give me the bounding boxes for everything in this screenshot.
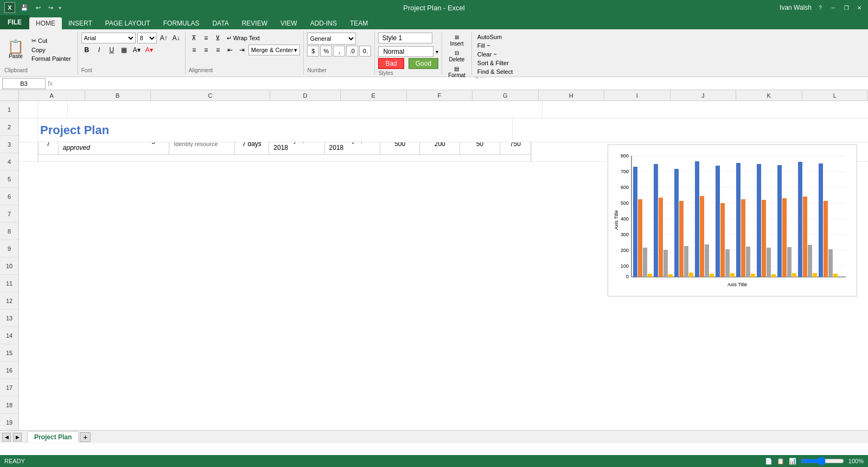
cut-button[interactable]: ✂ Cut <box>29 36 73 46</box>
row-num-18[interactable]: 18 <box>0 396 18 414</box>
row-num-19[interactable]: 19 <box>0 414 18 431</box>
bold-button[interactable]: B <box>81 45 92 55</box>
sheet-scroll-right-btn[interactable]: ▶ <box>13 433 22 441</box>
col-header-g[interactable]: G <box>473 90 539 100</box>
sheet-tab-project-plan[interactable]: Project Plan <box>27 431 79 443</box>
tab-file[interactable]: FILE <box>0 15 29 29</box>
insert-cell-btn[interactable]: ⊞ Insert <box>445 33 468 48</box>
fill-button[interactable]: Fill ~ <box>475 41 515 50</box>
align-center-btn[interactable]: ≡ <box>201 45 212 55</box>
cell-finish[interactable]: February 8, 2018 <box>324 142 380 155</box>
row-num-13[interactable]: 13 <box>0 310 18 327</box>
maximize-btn[interactable]: ❐ <box>842 3 851 12</box>
font-size-select[interactable]: 89101112 <box>137 33 157 43</box>
cell-task[interactable]: Business case & interim funding approved <box>58 142 169 155</box>
col-header-h[interactable]: H <box>539 90 605 100</box>
col-header-rest[interactable]: L <box>802 90 869 100</box>
tab-addins[interactable]: ADD-INS <box>304 17 343 29</box>
bad-style[interactable]: Bad <box>378 58 404 69</box>
cell-resource[interactable]: Identify resource <box>169 142 235 155</box>
row-num-16[interactable]: 16 <box>0 362 18 379</box>
tab-home[interactable]: HOME <box>29 17 62 29</box>
row-num-14[interactable]: 14 <box>0 327 18 344</box>
delete-cell-btn[interactable]: ⊟ Delete <box>445 48 468 64</box>
cell-id[interactable]: 7 <box>39 142 59 155</box>
col-header-c[interactable]: C <box>151 90 270 100</box>
tab-page-layout[interactable]: PAGE LAYOUT <box>99 17 157 29</box>
clear-button[interactable]: Clear ~ <box>475 50 515 59</box>
align-left-btn[interactable]: ≡ <box>189 45 200 55</box>
table-row[interactable] <box>39 155 531 162</box>
view-break-icon[interactable]: 📊 <box>789 458 796 465</box>
wrap-text-button[interactable]: ↵ Wrap Text <box>225 33 262 43</box>
good-style[interactable]: Good <box>409 58 438 69</box>
border-button[interactable]: ▦ <box>119 45 130 55</box>
cell-r1-a[interactable] <box>19 101 38 118</box>
row-num-3[interactable]: 3 <box>0 136 18 153</box>
styles-dropdown-icon[interactable]: ▾ <box>436 49 438 55</box>
tab-insert[interactable]: INSERT <box>62 17 99 29</box>
font-size-increase-btn[interactable]: A↑ <box>158 33 169 43</box>
name-box[interactable] <box>2 78 46 89</box>
formula-input[interactable] <box>55 78 866 89</box>
align-top-btn[interactable]: ⊼ <box>189 33 200 43</box>
tab-formulas[interactable]: FORMULAS <box>157 17 206 29</box>
find-select-button[interactable]: Find & Select <box>475 67 515 76</box>
font-size-decrease-btn[interactable]: A↓ <box>171 33 182 43</box>
cell-r3-a[interactable] <box>19 142 38 161</box>
cell-other[interactable]: 50 <box>460 142 500 155</box>
merge-center-button[interactable]: Merge & Center ▾ <box>248 45 301 55</box>
cell-duration[interactable]: 7 days <box>234 142 269 155</box>
indent-decrease-btn[interactable]: ⇤ <box>225 45 235 55</box>
help-btn[interactable]: ? <box>816 3 825 12</box>
row-num-11[interactable]: 11 <box>0 275 18 292</box>
col-header-i[interactable]: I <box>604 90 671 100</box>
copy-button[interactable]: Copy <box>29 46 73 54</box>
comma-btn[interactable]: , <box>333 46 345 56</box>
font-color-button[interactable]: A▾ <box>144 45 155 55</box>
row-num-4[interactable]: 4 <box>0 153 18 171</box>
view-layout-icon[interactable]: 📋 <box>777 458 784 465</box>
number-format-select[interactable]: General <box>307 33 356 45</box>
col-header-k[interactable]: K <box>736 90 802 100</box>
currency-btn[interactable]: $ <box>307 46 319 56</box>
view-normal-icon[interactable]: 📄 <box>765 458 773 465</box>
format-painter-button[interactable]: Format Painter <box>29 54 73 63</box>
row-num-5[interactable]: 5 <box>0 171 18 188</box>
cell-equip[interactable]: 200 <box>420 142 460 155</box>
autosum-button[interactable]: AutoSum <box>475 33 515 41</box>
cell-start[interactable]: January 7, 2018 <box>269 142 324 155</box>
row-num-15[interactable]: 15 <box>0 344 18 362</box>
cell-r1-rest[interactable] <box>68 101 542 118</box>
row-num-7[interactable]: 7 <box>0 205 18 223</box>
sort-filter-button[interactable]: Sort & Filter <box>475 59 515 67</box>
col-header-b[interactable]: B <box>85 90 151 100</box>
underline-button[interactable]: U <box>106 45 117 55</box>
indent-increase-btn[interactable]: ⇥ <box>237 45 247 55</box>
cell-total[interactable]: 750 <box>500 142 531 155</box>
tab-view[interactable]: VIEW <box>274 17 304 29</box>
col-header-f[interactable]: F <box>407 90 473 100</box>
sheet-scroll-left-btn[interactable]: ◀ <box>2 433 11 441</box>
close-btn[interactable]: ✕ <box>855 3 864 12</box>
align-right-btn[interactable]: ≡ <box>213 45 224 55</box>
tab-review[interactable]: REVIEW <box>235 17 274 29</box>
table-row[interactable]: 7 Business case & interim funding approv… <box>39 142 531 155</box>
tab-team[interactable]: TEAM <box>343 17 374 29</box>
col-header-j[interactable]: J <box>671 90 737 100</box>
add-sheet-button[interactable]: + <box>80 432 91 442</box>
minimize-btn[interactable]: ─ <box>829 3 838 12</box>
redo-btn[interactable]: ↪ <box>46 3 55 12</box>
cell-labour[interactable]: 500 <box>380 142 420 155</box>
quick-save-btn[interactable]: 💾 <box>18 3 30 12</box>
cell-r1-b[interactable] <box>38 101 68 118</box>
italic-button[interactable]: I <box>94 45 105 55</box>
percent-btn[interactable]: % <box>320 46 332 56</box>
decimal-decrease-btn[interactable]: 0. <box>359 46 371 56</box>
row-num-1[interactable]: 1 <box>0 101 18 118</box>
row-num-12[interactable]: 12 <box>0 292 18 310</box>
cell-r2-a[interactable] <box>19 118 38 142</box>
tab-data[interactable]: DATA <box>206 17 235 29</box>
fill-color-button[interactable]: A▾ <box>131 45 142 55</box>
align-bottom-btn[interactable]: ⊻ <box>213 33 224 43</box>
